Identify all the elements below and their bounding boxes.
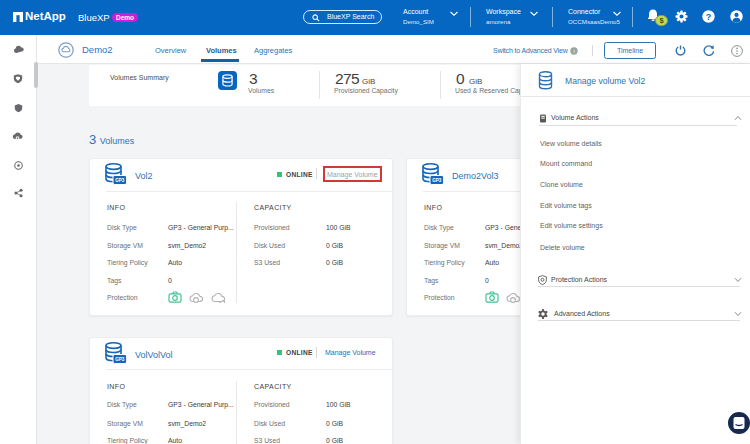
svg-text:GP3: GP3 — [115, 178, 125, 183]
svg-text:GP3: GP3 — [432, 178, 442, 183]
svg-text:GP3: GP3 — [115, 357, 125, 362]
svg-text:i: i — [573, 48, 574, 54]
svg-text:?: ? — [706, 12, 712, 22]
